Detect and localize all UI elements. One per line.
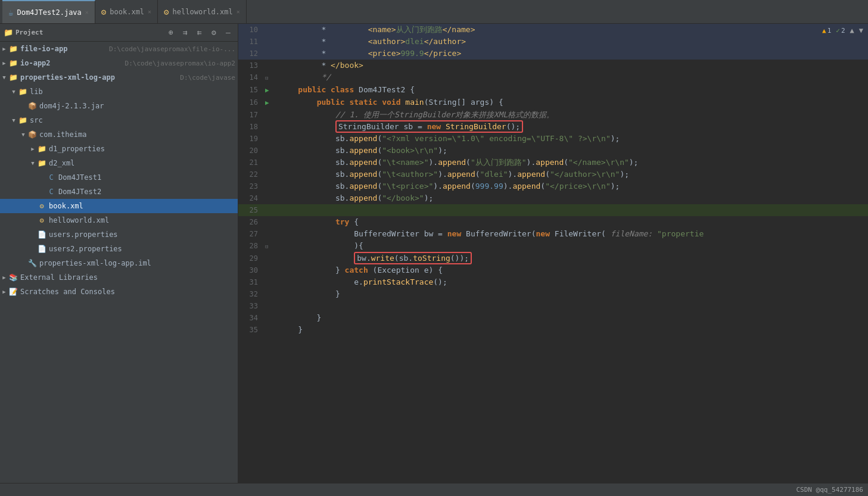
arrow-src[interactable] xyxy=(10,116,18,124)
arrow-scratches[interactable] xyxy=(0,288,8,296)
line-gutter[interactable]: ⊟ xyxy=(265,240,277,252)
sidebar-item-scratches[interactable]: 📝 Scratches and Consoles xyxy=(0,285,238,299)
nav-down-icon[interactable]: ▼ xyxy=(859,26,863,35)
line-code: BufferedWriter bw = new BufferedWriter(n… xyxy=(277,228,868,240)
table-row: 33 xyxy=(238,300,868,312)
arrow-io-app2[interactable] xyxy=(0,59,8,67)
line-code: } xyxy=(277,324,868,336)
tab-book-close[interactable]: ✕ xyxy=(148,8,151,15)
arrow-file-io-app[interactable] xyxy=(0,45,8,53)
arrow-external-libs[interactable] xyxy=(0,273,8,282)
line-gutter xyxy=(265,228,277,240)
sidebar-header: 📁 Project ⊕ ⇉ ⇇ ⚙ — xyxy=(0,24,238,42)
xml-icon-2: ⚙ xyxy=(164,7,169,17)
sidebar-item-io-app2[interactable]: 📁 io-app2 D:\code\javasepromax\io-app2 xyxy=(0,56,238,70)
warning-count: ▲ 1 xyxy=(822,27,831,35)
arrow-lib[interactable] xyxy=(10,88,18,96)
label-file-io-app: file-io-app xyxy=(20,45,107,53)
arrow-d2-xml[interactable] xyxy=(29,159,37,167)
sidebar-item-external-libs[interactable]: 📚 External Libraries xyxy=(0,270,238,285)
sidebar-item-src[interactable]: 📁 src xyxy=(0,113,238,127)
table-row: 34 } xyxy=(238,312,868,324)
sidebar-item-file-io-app[interactable]: 📁 file-io-app D:\code\javasepromax\file-… xyxy=(0,42,238,56)
sidebar: 📁 Project ⊕ ⇉ ⇇ ⚙ — 📁 file-io-app D:\cod… xyxy=(0,24,238,483)
line-number: 12 xyxy=(238,48,265,60)
table-row: 25 xyxy=(238,204,868,216)
xml-icon-book: ⚙ xyxy=(37,201,46,211)
tab-helloworld-label: helloworld.xml xyxy=(173,8,233,16)
line-gutter[interactable]: ▶ xyxy=(265,96,277,109)
tree-area: 📁 file-io-app D:\code\javasepromax\file-… xyxy=(0,42,238,483)
line-gutter[interactable]: ⊟ xyxy=(265,71,277,84)
tab-dom4j-close[interactable]: ✕ xyxy=(85,9,89,15)
line-gutter xyxy=(265,312,277,324)
line-number: 11 xyxy=(238,36,265,48)
line-gutter xyxy=(265,145,277,157)
sidebar-item-com-itheima[interactable]: 📦 com.itheima xyxy=(0,127,238,142)
arrow-d1-properties[interactable] xyxy=(29,145,37,153)
main-layout: 📁 Project ⊕ ⇉ ⇇ ⚙ — 📁 file-io-app D:\cod… xyxy=(0,24,868,483)
tab-book[interactable]: ⚙ book.xml ✕ xyxy=(95,0,158,23)
add-icon[interactable]: ⊕ xyxy=(165,27,177,39)
label-properties-xml-log-app: properties-xml-log-app xyxy=(20,73,178,82)
run-arrow-15[interactable]: ▶ xyxy=(265,86,269,94)
table-row: 17 // 1. 使用一个StringBuilder对象来拼接XML格式的数据。 xyxy=(238,109,868,121)
table-row: 22 sb.append("\t<author>").append("dlei"… xyxy=(238,169,868,180)
tab-bar: ☕ Dom4JTest2.java ✕ ⚙ book.xml ✕ ⚙ hello… xyxy=(0,0,868,24)
package-icon: 📦 xyxy=(27,130,37,139)
tab-helloworld[interactable]: ⚙ helloworld.xml ✕ xyxy=(158,0,247,23)
line-gutter[interactable]: ▶ xyxy=(265,84,277,96)
sidebar-item-d1-properties[interactable]: 📁 d1_properties xyxy=(0,142,238,156)
sidebar-title: Project xyxy=(15,29,163,36)
line-code: * <name>从入门到跑路</name> xyxy=(277,24,868,36)
sidebar-item-book-xml[interactable]: ⚙ book.xml xyxy=(0,199,238,213)
table-row: 12 * <price>999.9</price> xyxy=(238,48,868,60)
table-row: 21 sb.append("\t<name>").append("从入门到跑路"… xyxy=(238,157,868,169)
table-row: 13 * </book> xyxy=(238,60,868,71)
line-number: 16 xyxy=(238,96,265,109)
expand-all-icon[interactable]: ⇇ xyxy=(194,27,206,39)
xml-icon-1: ⚙ xyxy=(101,7,106,17)
sidebar-item-helloworld-xml[interactable]: ⚙ helloworld.xml xyxy=(0,213,238,227)
nav-up-icon[interactable]: ▲ xyxy=(850,26,854,35)
sidebar-item-properties-xml-log-app[interactable]: 📁 properties-xml-log-app D:\code\javase xyxy=(0,70,238,85)
line-number: 18 xyxy=(238,121,265,133)
line-number: 14 xyxy=(238,71,265,84)
line-number: 33 xyxy=(238,300,265,312)
line-gutter xyxy=(265,180,277,192)
run-arrow-16[interactable]: ▶ xyxy=(265,99,269,107)
tab-helloworld-close[interactable]: ✕ xyxy=(237,8,240,15)
sidebar-item-Dom4JTest2[interactable]: C Dom4JTest2 xyxy=(0,185,238,199)
sidebar-item-Dom4JTest1[interactable]: C Dom4JTest1 xyxy=(0,170,238,185)
label-com-itheima: com.itheima xyxy=(39,130,235,139)
line-number: 28 xyxy=(238,240,265,252)
sidebar-item-d2-xml[interactable]: 📁 d2_xml xyxy=(0,156,238,170)
sidebar-item-module-iml[interactable]: 🔧 properties-xml-log-app.iml xyxy=(0,256,238,270)
collapse-all-icon[interactable]: ⇉ xyxy=(179,27,191,39)
sidebar-item-users-properties[interactable]: 📄 users.properties xyxy=(0,227,238,242)
fold-icon-28[interactable]: ⊟ xyxy=(265,244,268,249)
arrow-properties-xml-log-app[interactable] xyxy=(0,73,8,82)
table-row: 10 * <name>从入门到跑路</name> xyxy=(238,24,868,36)
line-code: } catch (Exception e) { xyxy=(277,264,868,276)
path-io-app2: D:\code\javasepromax\io-app2 xyxy=(125,60,235,67)
line-code: } xyxy=(277,288,868,300)
table-row: 29 bw.write(sb.toString()); xyxy=(238,252,868,264)
table-row: 11 * <author>dlei</author> xyxy=(238,36,868,48)
tab-dom4j[interactable]: ☕ Dom4JTest2.java ✕ xyxy=(2,0,95,23)
arrow-com-itheima[interactable] xyxy=(19,130,27,139)
fold-icon[interactable]: ⊟ xyxy=(265,75,268,81)
minimize-icon[interactable]: — xyxy=(222,27,234,39)
settings-icon[interactable]: ⚙ xyxy=(208,27,220,39)
line-number: 17 xyxy=(238,109,265,121)
sidebar-item-dom4j-jar[interactable]: 📦 dom4j-2.1.3.jar xyxy=(0,99,238,113)
sidebar-item-users2-properties[interactable]: 📄 users2.properties xyxy=(0,242,238,256)
folder-icon-src: 📁 xyxy=(18,116,27,125)
warnings-bar: ▲ 1 ✓ 2 ▲ ▼ xyxy=(817,24,868,37)
label-src: src xyxy=(30,116,235,124)
line-gutter xyxy=(265,264,277,276)
library-icon: 📚 xyxy=(8,273,18,282)
editor-content[interactable]: 10 * <name>从入门到跑路</name> 11 * <author>dl… xyxy=(238,24,868,483)
sidebar-item-lib[interactable]: 📁 lib xyxy=(0,85,238,99)
line-number: 10 xyxy=(238,24,265,36)
